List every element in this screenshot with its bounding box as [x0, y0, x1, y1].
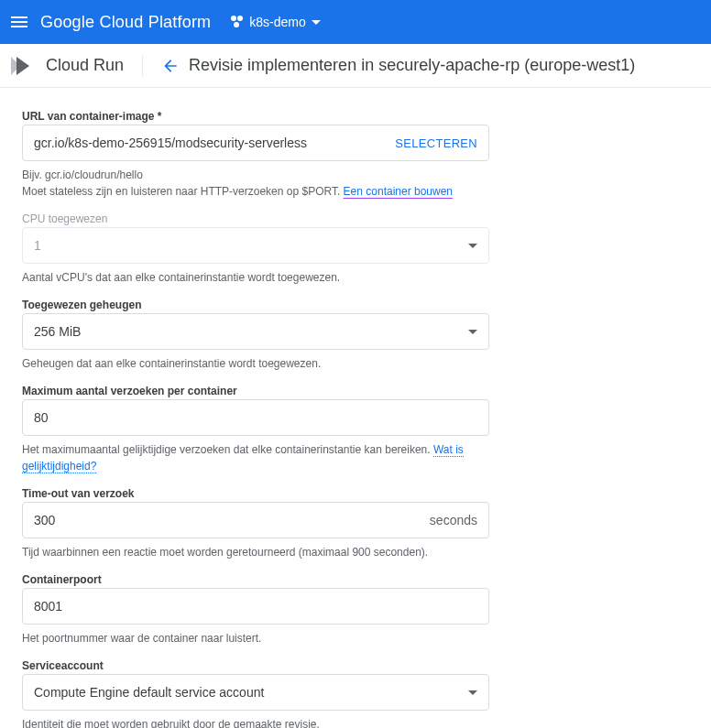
gcp-logo[interactable]: Google Cloud Platform: [40, 13, 211, 32]
field-memory: Toegewezen geheugen Geheugen dat aan elk…: [22, 299, 489, 372]
label-port: Containerpoort: [22, 573, 489, 586]
helper-port: Het poortnummer waar de container naar l…: [22, 630, 489, 647]
label-memory: Toegewezen geheugen: [22, 299, 489, 311]
label-cpu: CPU toegewezen: [22, 212, 489, 225]
back-button[interactable]: [161, 57, 180, 75]
product-name: Cloud Run: [46, 56, 124, 75]
concurrency-input[interactable]: [34, 410, 477, 425]
field-port: Containerpoort Het poortnummer waar de c…: [22, 573, 489, 647]
container-image-select-button[interactable]: SELECTEREN: [395, 136, 477, 150]
helper-stateless: Moet stateless zijn en luisteren naar HT…: [22, 185, 344, 198]
helper-container-image: Bijv. gcr.io/cloudrun/hello Moet statele…: [22, 167, 489, 200]
field-cpu: CPU toegewezen Aantal vCPU's dat aan elk…: [22, 212, 489, 286]
gcp-logo-text: Google Cloud Platform: [40, 13, 211, 32]
helper-example: Bijv. gcr.io/cloudrun/hello: [22, 168, 143, 181]
page-title: Revisie implementeren in securely-apache…: [189, 56, 635, 75]
cloud-run-icon: [7, 51, 37, 81]
divider: [142, 55, 143, 77]
cpu-select[interactable]: [22, 227, 489, 264]
container-image-input[interactable]: [34, 136, 388, 150]
label-serviceaccount: Serviceaccount: [22, 659, 489, 672]
label-concurrency: Maximum aantal verzoeken per container: [22, 385, 489, 397]
label-timeout: Time-out van verzoek: [22, 487, 489, 500]
memory-select[interactable]: [22, 313, 489, 350]
port-input[interactable]: [34, 599, 477, 614]
helper-timeout: Tijd waarbinnen een reactie moet worden …: [22, 544, 489, 560]
project-selector[interactable]: k8s-demo: [231, 15, 320, 29]
input-wrap-container-image: SELECTEREN: [22, 125, 489, 161]
field-concurrency: Maximum aantal verzoeken per container H…: [22, 385, 489, 474]
build-container-link[interactable]: Een container bouwen: [344, 185, 453, 198]
chevron-down-icon: [312, 20, 321, 25]
menu-icon[interactable]: [11, 16, 27, 27]
project-icon: [231, 16, 244, 28]
memory-value: [34, 324, 461, 339]
cpu-value: [34, 238, 461, 253]
field-container-image: URL van container-image * SELECTEREN Bij…: [22, 110, 489, 200]
product-header: Cloud Run Revisie implementeren in secur…: [0, 44, 711, 88]
timeout-input-wrap: seconds: [22, 502, 489, 538]
label-container-image: URL van container-image *: [22, 110, 489, 123]
chevron-down-icon: [468, 244, 477, 248]
helper-cpu: Aantal vCPU's dat aan elke containerinst…: [22, 269, 489, 286]
helper-memory: Geheugen dat aan elke containerinstantie…: [22, 355, 489, 372]
chevron-down-icon: [468, 690, 477, 695]
chevron-down-icon: [468, 330, 477, 334]
timeout-input[interactable]: [34, 513, 422, 527]
serviceaccount-select[interactable]: [22, 674, 489, 711]
form-content: URL van container-image * SELECTEREN Bij…: [0, 88, 711, 728]
helper-serviceaccount: Identiteit die moet worden gebruikt door…: [22, 716, 489, 728]
field-serviceaccount: Serviceaccount Identiteit die moet worde…: [22, 659, 489, 728]
global-header: Google Cloud Platform k8s-demo: [0, 0, 711, 44]
serviceaccount-value: [34, 685, 461, 700]
timeout-unit: seconds: [430, 513, 477, 527]
helper-concurrency-text: Het maximumaantal gelijktijdige verzoeke…: [22, 443, 433, 456]
port-input-wrap: [22, 588, 489, 625]
helper-concurrency: Het maximumaantal gelijktijdige verzoeke…: [22, 441, 489, 474]
concurrency-input-wrap: [22, 399, 489, 436]
project-name: k8s-demo: [249, 15, 305, 29]
field-timeout: Time-out van verzoek seconds Tijd waarbi…: [22, 487, 489, 560]
